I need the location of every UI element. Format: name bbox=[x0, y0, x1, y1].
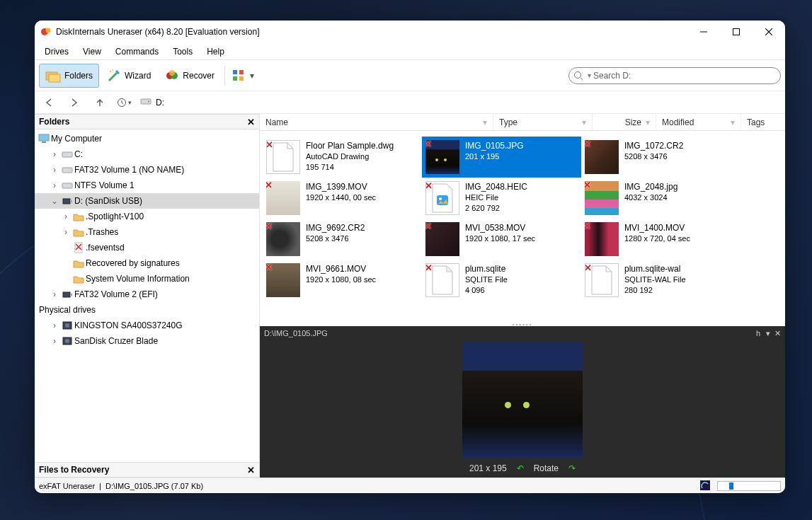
file-item[interactable]: ✕plum.sqliteSQLITE File4 096 bbox=[422, 260, 581, 301]
columns-header: Name▾ Type▾ Size▾ Modified▾ Tags bbox=[260, 114, 785, 131]
file-item[interactable]: ✕IMG_1399.MOV1920 x 1440, 00 sec bbox=[263, 178, 422, 219]
files-view[interactable]: ✕Floor Plan Sample.dwgAutoCAD Drawing195… bbox=[260, 131, 785, 322]
forward-button[interactable] bbox=[66, 94, 83, 111]
path-display[interactable]: D: bbox=[140, 97, 164, 108]
file-thumbnail: ✕ bbox=[266, 140, 300, 174]
svg-point-6 bbox=[110, 70, 111, 71]
file-name: MVI_9661.MOV bbox=[306, 263, 376, 275]
file-meta: plum.sqliteSQLITE File4 096 bbox=[465, 263, 508, 297]
folders-icon bbox=[45, 69, 61, 83]
close-recovery-panel[interactable]: ✕ bbox=[247, 465, 255, 475]
tree-d-sandisk[interactable]: ⌄ D: (SanDisk USB) bbox=[35, 193, 259, 209]
svg-rect-4 bbox=[49, 74, 60, 82]
minimize-button[interactable] bbox=[687, 21, 720, 43]
maximize-button[interactable] bbox=[720, 21, 753, 43]
svg-point-32 bbox=[65, 339, 69, 343]
deleted-marker-icon: ✕ bbox=[585, 263, 592, 273]
up-button[interactable] bbox=[91, 94, 108, 111]
tree-svi[interactable]: › System Volume Information bbox=[35, 271, 259, 287]
status-icon bbox=[700, 480, 710, 492]
menu-tools[interactable]: Tools bbox=[166, 45, 200, 59]
tree-kingston[interactable]: › KINGSTON SA400S37240G bbox=[35, 318, 259, 333]
preview-hint[interactable]: h bbox=[756, 329, 760, 337]
file-meta: plum.sqlite-walSQLITE-WAL File280 192 bbox=[624, 263, 686, 297]
svg-rect-13 bbox=[233, 76, 237, 81]
file-detail-1: SQLITE File bbox=[465, 275, 508, 285]
preview-close[interactable]: ✕ bbox=[774, 329, 781, 338]
usb-drive-icon bbox=[61, 289, 74, 299]
tree-sandisk-blade[interactable]: › SanDisk Cruzer Blade bbox=[35, 333, 259, 349]
view-mode-button[interactable]: ▾ bbox=[229, 64, 258, 88]
statusbar: exFAT Uneraser | D:\IMG_0105.JPG (7.07 K… bbox=[35, 478, 785, 493]
file-name: IMG_1072.CR2 bbox=[624, 140, 683, 151]
file-detail-1: HEIC File bbox=[465, 192, 527, 203]
menu-commands[interactable]: Commands bbox=[108, 45, 166, 59]
preview-path: D:\IMG_0105.JPG bbox=[264, 329, 328, 337]
folders-panel-header: Folders ✕ bbox=[35, 114, 259, 129]
menu-drives[interactable]: Drives bbox=[38, 45, 76, 59]
file-item[interactable]: ✕MVI_9661.MOV1920 x 1080, 08 sec bbox=[263, 260, 422, 301]
folders-button[interactable]: Folders bbox=[39, 64, 99, 88]
file-item[interactable]: ✕IMG_0105.JPG201 x 195 bbox=[422, 137, 581, 178]
tree-fat32-v2[interactable]: › FAT32 Volume 2 (EFI) bbox=[35, 287, 259, 302]
tree-fat32-v1[interactable]: › FAT32 Volume 1 (NO NAME) bbox=[35, 162, 259, 178]
window-controls bbox=[687, 21, 785, 43]
col-modified[interactable]: Modified▾ bbox=[656, 114, 741, 130]
recover-button[interactable]: Recover bbox=[159, 64, 221, 88]
menu-help[interactable]: Help bbox=[200, 45, 231, 59]
filter-icon[interactable]: ▾ bbox=[483, 117, 487, 127]
menu-view[interactable]: View bbox=[76, 45, 108, 59]
history-button[interactable]: ▾ bbox=[117, 94, 132, 111]
svg-rect-20 bbox=[42, 141, 46, 143]
file-name: plum.sqlite-wal bbox=[624, 263, 686, 275]
file-item[interactable]: ✕IMG_1072.CR25208 x 3476 bbox=[581, 137, 740, 178]
file-meta: IMG_9692.CR25208 x 3476 bbox=[306, 222, 365, 256]
close-folders-panel[interactable]: ✕ bbox=[247, 117, 255, 127]
col-tags[interactable]: Tags bbox=[741, 114, 785, 130]
folder-tree: My Computer › C: › FAT32 Volume 1 (NO NA… bbox=[35, 129, 259, 462]
file-detail-1: 1920 x 1080, 08 sec bbox=[306, 275, 376, 285]
view-grid-icon bbox=[232, 69, 245, 82]
file-item[interactable]: ✕MVI_1400.MOV1280 x 720, 04 sec bbox=[581, 219, 740, 260]
back-button[interactable] bbox=[40, 94, 57, 111]
tree-fseventsd[interactable]: › .fseventsd bbox=[35, 240, 259, 255]
file-item[interactable]: ✕MVI_0538.MOV1920 x 1080, 17 sec bbox=[422, 219, 581, 260]
tree-recovered-sigs[interactable]: › Recovered by signatures bbox=[35, 255, 259, 271]
rotate-right-icon[interactable]: ↷ bbox=[568, 463, 576, 473]
file-thumbnail: ✕ bbox=[425, 263, 459, 297]
tree-trashes[interactable]: › .Trashes bbox=[35, 224, 259, 240]
tree-ntfs-v1[interactable]: › NTFS Volume 1 bbox=[35, 178, 259, 193]
file-item[interactable]: ✕IMG_9692.CR25208 x 3476 bbox=[263, 219, 422, 260]
svg-rect-23 bbox=[62, 183, 72, 188]
col-name[interactable]: Name▾ bbox=[260, 114, 493, 130]
file-name: IMG_2048.HEIC bbox=[465, 181, 527, 192]
expand-icon[interactable]: › bbox=[49, 149, 60, 159]
file-item[interactable]: ✕plum.sqlite-walSQLITE-WAL File280 192 bbox=[581, 260, 740, 301]
search-input[interactable]: ▾ Search D: bbox=[568, 67, 781, 84]
svg-point-10 bbox=[169, 70, 175, 76]
file-item[interactable]: ✕IMG_2048.HEICHEIC File2 620 792 bbox=[422, 178, 581, 219]
svg-rect-14 bbox=[239, 76, 244, 81]
file-thumbnail: ✕ bbox=[585, 263, 619, 297]
deleted-marker-icon: ✕ bbox=[266, 263, 273, 272]
wizard-button[interactable]: Wizard bbox=[101, 64, 157, 88]
preview-toggle[interactable]: ▾ bbox=[766, 329, 770, 338]
file-item[interactable]: ✕IMG_2048.jpg4032 x 3024 bbox=[581, 178, 740, 219]
col-type[interactable]: Type▾ bbox=[493, 114, 593, 130]
tree-spotlight[interactable]: › .Spotlight-V100 bbox=[35, 209, 259, 224]
svg-rect-19 bbox=[39, 134, 49, 141]
tree-my-computer[interactable]: My Computer bbox=[35, 131, 259, 146]
collapse-icon[interactable]: ⌄ bbox=[49, 196, 60, 206]
tree-c[interactable]: › C: bbox=[35, 146, 259, 162]
col-size[interactable]: Size▾ bbox=[593, 114, 656, 130]
deleted-marker-icon: ✕ bbox=[585, 222, 591, 231]
file-detail-2: 280 192 bbox=[624, 285, 686, 296]
file-thumbnail: ✕ bbox=[425, 140, 459, 174]
close-button[interactable] bbox=[753, 21, 785, 43]
file-item[interactable]: ✕Floor Plan Sample.dwgAutoCAD Drawing195… bbox=[263, 137, 422, 178]
file-name: Floor Plan Sample.dwg bbox=[306, 140, 394, 151]
usb-drive-icon bbox=[61, 196, 74, 206]
deleted-marker-icon: ✕ bbox=[425, 222, 432, 231]
file-detail-1: 201 x 195 bbox=[465, 151, 524, 162]
rotate-left-icon[interactable]: ↶ bbox=[517, 463, 524, 473]
